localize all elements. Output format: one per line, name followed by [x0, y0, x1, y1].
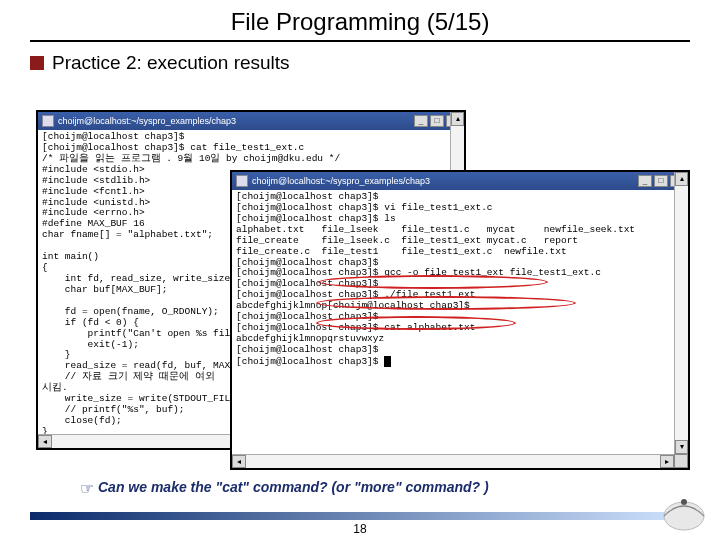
scroll-up-button[interactable]: ▴	[451, 112, 464, 126]
scroll-track[interactable]	[675, 186, 688, 440]
page-number: 18	[0, 522, 720, 536]
window-title-back: choijm@localhost:~/syspro_examples/chap3	[58, 116, 414, 126]
bullet-row: Practice 2: execution results	[30, 52, 720, 74]
svg-point-1	[681, 499, 687, 505]
maximize-button[interactable]: □	[430, 115, 444, 127]
pointer-row: ☞ Can we make the "cat" command? (or "mo…	[80, 479, 489, 498]
pointer-icon: ☞	[80, 479, 94, 498]
scroll-track-h[interactable]	[246, 455, 660, 468]
bullet-icon	[30, 56, 44, 70]
text-cursor	[384, 356, 391, 367]
bullet-text: Practice 2: execution results	[52, 52, 290, 74]
scrollbar-vertical[interactable]: ▴ ▾	[674, 172, 688, 454]
titlebar-front[interactable]: choijm@localhost:~/syspro_examples/chap3…	[232, 172, 688, 190]
maximize-button[interactable]: □	[654, 175, 668, 187]
window-icon	[236, 175, 248, 187]
scrollbar-horizontal[interactable]: ◂ ▸	[232, 454, 674, 468]
annotation-oval	[318, 275, 548, 289]
scroll-left-button[interactable]: ◂	[38, 435, 52, 448]
title-rule	[30, 40, 690, 42]
scroll-left-button[interactable]: ◂	[232, 455, 246, 468]
scroll-right-button[interactable]: ▸	[660, 455, 674, 468]
window-title-front: choijm@localhost:~/syspro_examples/chap3	[252, 176, 638, 186]
titlebar-back[interactable]: choijm@localhost:~/syspro_examples/chap3…	[38, 112, 464, 130]
annotation-oval	[316, 296, 576, 310]
window-icon	[42, 115, 54, 127]
annotation-oval	[316, 316, 516, 330]
window-corner	[674, 454, 688, 468]
org-logo-icon	[658, 494, 710, 534]
minimize-button[interactable]: _	[638, 175, 652, 187]
pointer-text: Can we make the "cat" command? (or "more…	[98, 479, 489, 495]
slide-title: File Programming (5/15)	[0, 0, 720, 40]
scroll-down-button[interactable]: ▾	[675, 440, 688, 454]
footer-bar	[30, 512, 690, 520]
scroll-up-button[interactable]: ▴	[675, 172, 688, 186]
minimize-button[interactable]: _	[414, 115, 428, 127]
